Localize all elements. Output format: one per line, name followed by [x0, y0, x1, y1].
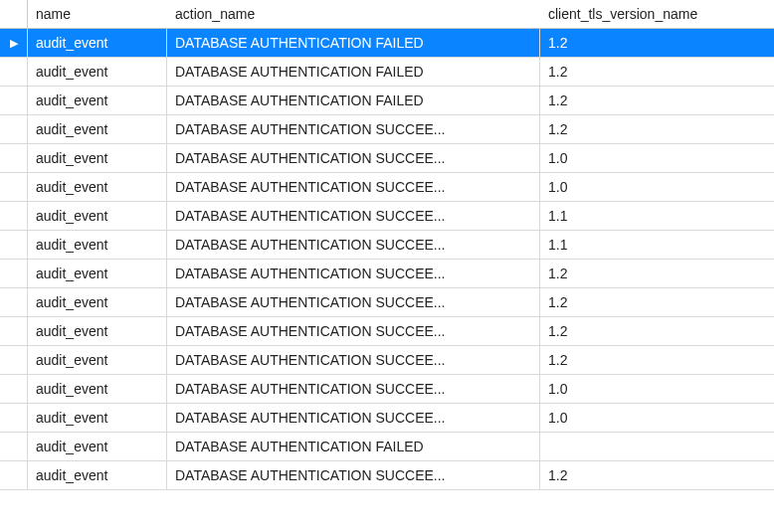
- row-indicator[interactable]: [0, 87, 28, 115]
- cell-client-tls-version-name[interactable]: 1.2: [540, 461, 774, 490]
- cell-action-name[interactable]: DATABASE AUTHENTICATION SUCCEE...: [167, 144, 540, 173]
- cell-name[interactable]: audit_event: [28, 87, 167, 115]
- cell-action-name[interactable]: DATABASE AUTHENTICATION SUCCEE...: [167, 317, 540, 346]
- cell-client-tls-version-name[interactable]: [540, 433, 774, 461]
- cell-name[interactable]: audit_event: [28, 202, 167, 231]
- row-indicator[interactable]: [0, 375, 28, 404]
- cell-name[interactable]: audit_event: [28, 461, 167, 490]
- cell-action-name[interactable]: DATABASE AUTHENTICATION FAILED: [167, 29, 540, 58]
- row-indicator[interactable]: [0, 58, 28, 87]
- cell-name[interactable]: audit_event: [28, 115, 167, 144]
- row-indicator[interactable]: [0, 288, 28, 317]
- column-header-name[interactable]: name: [28, 0, 167, 29]
- column-header-client-tls-version-name[interactable]: client_tls_version_name: [540, 0, 774, 29]
- cell-client-tls-version-name[interactable]: 1.2: [540, 58, 774, 87]
- row-header-gutter: [0, 0, 28, 29]
- cell-client-tls-version-name[interactable]: 1.2: [540, 87, 774, 115]
- row-indicator[interactable]: [0, 144, 28, 173]
- cell-name[interactable]: audit_event: [28, 231, 167, 260]
- cell-name[interactable]: audit_event: [28, 29, 167, 58]
- cell-client-tls-version-name[interactable]: 1.2: [540, 346, 774, 375]
- cell-action-name[interactable]: DATABASE AUTHENTICATION SUCCEE...: [167, 375, 540, 404]
- row-indicator[interactable]: [0, 202, 28, 231]
- cell-action-name[interactable]: DATABASE AUTHENTICATION SUCCEE...: [167, 404, 540, 433]
- cell-action-name[interactable]: DATABASE AUTHENTICATION SUCCEE...: [167, 173, 540, 202]
- cell-client-tls-version-name[interactable]: 1.2: [540, 115, 774, 144]
- row-indicator[interactable]: ▶: [0, 29, 28, 58]
- cell-name[interactable]: audit_event: [28, 58, 167, 87]
- cell-client-tls-version-name[interactable]: 1.2: [540, 288, 774, 317]
- row-indicator[interactable]: [0, 346, 28, 375]
- cell-client-tls-version-name[interactable]: 1.2: [540, 29, 774, 58]
- cell-action-name[interactable]: DATABASE AUTHENTICATION SUCCEE...: [167, 288, 540, 317]
- cell-client-tls-version-name[interactable]: 1.1: [540, 231, 774, 260]
- cell-action-name[interactable]: DATABASE AUTHENTICATION SUCCEE...: [167, 115, 540, 144]
- current-row-arrow-icon: ▶: [10, 38, 18, 49]
- cell-client-tls-version-name[interactable]: 1.0: [540, 375, 774, 404]
- cell-action-name[interactable]: DATABASE AUTHENTICATION FAILED: [167, 58, 540, 87]
- cell-name[interactable]: audit_event: [28, 433, 167, 461]
- row-indicator[interactable]: [0, 404, 28, 433]
- row-indicator[interactable]: [0, 260, 28, 288]
- row-indicator[interactable]: [0, 433, 28, 461]
- cell-name[interactable]: audit_event: [28, 144, 167, 173]
- cell-name[interactable]: audit_event: [28, 375, 167, 404]
- cell-client-tls-version-name[interactable]: 1.2: [540, 317, 774, 346]
- cell-action-name[interactable]: DATABASE AUTHENTICATION FAILED: [167, 433, 540, 461]
- row-indicator[interactable]: [0, 115, 28, 144]
- cell-client-tls-version-name[interactable]: 1.1: [540, 202, 774, 231]
- cell-client-tls-version-name[interactable]: 1.0: [540, 404, 774, 433]
- cell-name[interactable]: audit_event: [28, 288, 167, 317]
- cell-action-name[interactable]: DATABASE AUTHENTICATION SUCCEE...: [167, 231, 540, 260]
- row-indicator[interactable]: [0, 317, 28, 346]
- cell-name[interactable]: audit_event: [28, 173, 167, 202]
- cell-action-name[interactable]: DATABASE AUTHENTICATION SUCCEE...: [167, 461, 540, 490]
- results-table[interactable]: name action_name client_tls_version_name…: [0, 0, 774, 490]
- row-indicator[interactable]: [0, 231, 28, 260]
- cell-name[interactable]: audit_event: [28, 404, 167, 433]
- cell-action-name[interactable]: DATABASE AUTHENTICATION SUCCEE...: [167, 202, 540, 231]
- cell-action-name[interactable]: DATABASE AUTHENTICATION FAILED: [167, 87, 540, 115]
- cell-name[interactable]: audit_event: [28, 317, 167, 346]
- cell-action-name[interactable]: DATABASE AUTHENTICATION SUCCEE...: [167, 346, 540, 375]
- row-indicator[interactable]: [0, 173, 28, 202]
- cell-name[interactable]: audit_event: [28, 260, 167, 288]
- cell-client-tls-version-name[interactable]: 1.0: [540, 173, 774, 202]
- cell-action-name[interactable]: DATABASE AUTHENTICATION SUCCEE...: [167, 260, 540, 288]
- cell-client-tls-version-name[interactable]: 1.2: [540, 260, 774, 288]
- cell-name[interactable]: audit_event: [28, 346, 167, 375]
- column-header-action-name[interactable]: action_name: [167, 0, 540, 29]
- cell-client-tls-version-name[interactable]: 1.0: [540, 144, 774, 173]
- row-indicator[interactable]: [0, 461, 28, 490]
